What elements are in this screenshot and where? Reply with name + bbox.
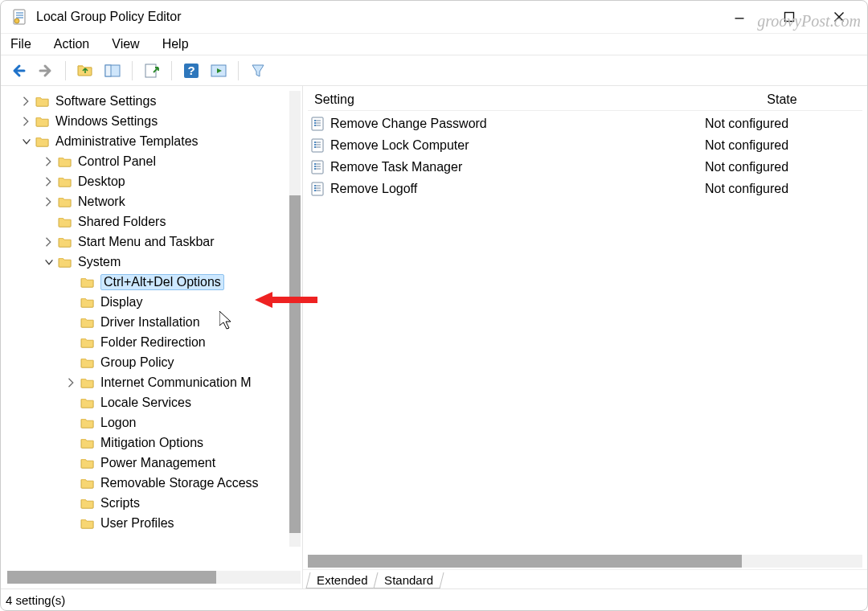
- folder-icon: [80, 497, 96, 510]
- chevron-down-icon[interactable]: [43, 256, 55, 269]
- folder-icon: [80, 437, 96, 449]
- tree-horizontal-scrollbar[interactable]: [7, 571, 301, 584]
- tree-item-locale-services[interactable]: Locale Services: [65, 392, 302, 412]
- list-body: Remove Change Password Not configured Re…: [308, 111, 862, 199]
- details-pane: Setting State Remove Change Password Not…: [303, 86, 867, 588]
- folder-icon: [57, 236, 73, 248]
- menu-action[interactable]: Action: [51, 35, 92, 53]
- toolbar: [1, 55, 867, 86]
- tree-item-system[interactable]: System: [43, 252, 302, 272]
- view-tabs: Extended Standard: [303, 569, 867, 588]
- window: Local Group Policy Editor groovyPost.com…: [0, 0, 868, 611]
- tree-item-power-management[interactable]: Power Management: [65, 453, 302, 473]
- status-bar: 4 setting(s): [1, 589, 867, 610]
- policy-icon: [311, 160, 326, 174]
- tree-item-software-settings[interactable]: Software Settings: [20, 91, 302, 111]
- show-hide-tree-button[interactable]: [101, 59, 124, 82]
- tree-item-folder-redirection[interactable]: Folder Redirection: [65, 332, 302, 352]
- folder-icon: [80, 336, 96, 349]
- tree-item-driver-installation[interactable]: Driver Installation: [65, 312, 302, 332]
- chevron-right-icon[interactable]: [43, 195, 55, 208]
- window-title: Local Group Policy Editor: [36, 10, 182, 24]
- menubar: File Action View Help: [1, 33, 867, 55]
- tree-item-user-profiles[interactable]: User Profiles: [65, 513, 302, 533]
- tree-item-ctrl-alt-del-options[interactable]: Ctrl+Alt+Del Options: [65, 272, 302, 292]
- tree-item-desktop[interactable]: Desktop: [43, 171, 302, 191]
- content: Software Settings Windows Settings Admin…: [1, 86, 867, 589]
- show-button[interactable]: [207, 59, 230, 82]
- list-item[interactable]: Remove Lock Computer Not configured: [308, 134, 862, 156]
- up-button[interactable]: [74, 59, 96, 82]
- filter-button[interactable]: [247, 59, 269, 82]
- policy-icon: [311, 138, 326, 153]
- menu-view[interactable]: View: [108, 35, 142, 53]
- tree-item-logon[interactable]: Logon: [65, 412, 302, 433]
- folder-icon: [35, 135, 51, 148]
- column-state[interactable]: State: [702, 89, 862, 110]
- status-text: 4 setting(s): [6, 593, 65, 607]
- tree-item-group-policy[interactable]: Group Policy: [65, 352, 302, 372]
- folder-icon: [80, 457, 96, 470]
- folder-icon: [80, 396, 96, 409]
- maximize-button[interactable]: [764, 1, 814, 33]
- chevron-right-icon[interactable]: [43, 155, 55, 168]
- close-button[interactable]: [814, 1, 864, 33]
- forward-button[interactable]: [35, 59, 57, 82]
- list-horizontal-scrollbar[interactable]: [308, 555, 862, 568]
- tab-standard[interactable]: Standard: [374, 572, 444, 588]
- folder-icon: [80, 376, 96, 389]
- list-header[interactable]: Setting State: [308, 89, 862, 111]
- folder-icon: [80, 517, 96, 530]
- list-item[interactable]: Remove Task Manager Not configured: [308, 156, 862, 178]
- folder-icon: [80, 477, 96, 490]
- policy-icon: [311, 182, 326, 196]
- folder-icon: [80, 356, 96, 369]
- tree-item-mitigation-options[interactable]: Mitigation Options: [65, 433, 302, 453]
- folder-icon: [57, 155, 73, 168]
- console-tree[interactable]: Software Settings Windows Settings Admin…: [1, 91, 302, 533]
- chevron-right-icon[interactable]: [20, 115, 33, 128]
- tree-pane: Software Settings Windows Settings Admin…: [1, 86, 303, 588]
- folder-icon: [57, 215, 73, 228]
- policy-icon: [311, 117, 326, 131]
- folder-icon: [80, 276, 96, 289]
- folder-icon: [57, 195, 73, 208]
- folder-icon: [57, 256, 73, 269]
- titlebar: Local Group Policy Editor: [1, 1, 867, 33]
- minimize-button[interactable]: [714, 1, 764, 33]
- tree-item-shared-folders[interactable]: Shared Folders: [43, 211, 302, 232]
- list-item[interactable]: Remove Change Password Not configured: [308, 113, 862, 134]
- export-list-button[interactable]: [141, 59, 163, 82]
- chevron-right-icon[interactable]: [20, 95, 33, 108]
- chevron-right-icon[interactable]: [65, 376, 78, 389]
- back-button[interactable]: [7, 59, 30, 82]
- chevron-right-icon[interactable]: [43, 236, 55, 248]
- tree-item-network[interactable]: Network: [43, 191, 302, 211]
- tree-item-internet-communication[interactable]: Internet Communication M: [65, 372, 302, 392]
- tree-item-control-panel[interactable]: Control Panel: [43, 151, 302, 171]
- list-item[interactable]: Remove Logoff Not configured: [308, 178, 862, 199]
- tree-item-start-menu-taskbar[interactable]: Start Menu and Taskbar: [43, 232, 302, 252]
- tree-item-windows-settings[interactable]: Windows Settings: [20, 111, 302, 131]
- folder-icon: [35, 95, 51, 108]
- tab-extended[interactable]: Extended: [306, 572, 379, 588]
- column-setting[interactable]: Setting: [308, 89, 702, 110]
- folder-icon: [80, 416, 96, 429]
- folder-icon: [57, 175, 73, 188]
- app-icon: [12, 9, 28, 25]
- chevron-right-icon[interactable]: [43, 175, 55, 188]
- chevron-down-icon[interactable]: [20, 135, 33, 148]
- tree-vertical-scrollbar[interactable]: [289, 91, 301, 547]
- tree-item-scripts[interactable]: Scripts: [65, 493, 302, 513]
- tree-item-administrative-templates[interactable]: Administrative Templates: [20, 131, 302, 151]
- folder-icon: [80, 316, 96, 329]
- tree-item-removable-storage-access[interactable]: Removable Storage Access: [65, 473, 302, 493]
- help-button[interactable]: [180, 59, 203, 82]
- tree-item-display[interactable]: Display: [65, 292, 302, 312]
- folder-icon: [80, 296, 96, 309]
- folder-icon: [35, 115, 51, 128]
- menu-file[interactable]: File: [7, 35, 35, 53]
- menu-help[interactable]: Help: [159, 35, 192, 53]
